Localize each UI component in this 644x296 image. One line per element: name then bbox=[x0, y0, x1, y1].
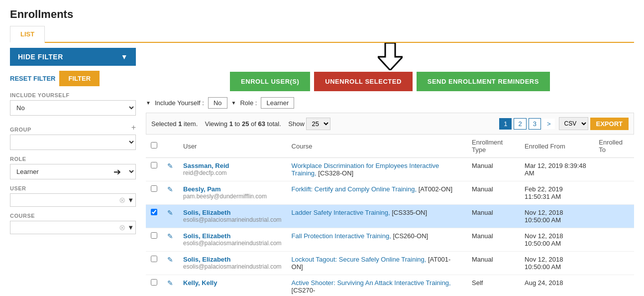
down-arrow-annotation bbox=[378, 43, 403, 72]
user-name-link[interactable]: Kelly, Kelly bbox=[183, 279, 217, 287]
export-format-select[interactable]: CSV bbox=[559, 117, 588, 130]
user-dropdown-icon[interactable]: ▼ bbox=[127, 196, 134, 204]
row-user-cell: Solis, Elizabeth esolis@palaciosmarinein… bbox=[178, 228, 287, 252]
filter-icon: ▼ bbox=[121, 53, 128, 61]
row-course-cell: Forklift: Certify and Comply Online Trai… bbox=[287, 181, 467, 205]
row-checkbox[interactable] bbox=[151, 209, 157, 215]
row-enrollment-type: Manual bbox=[467, 158, 520, 181]
row-checkbox[interactable] bbox=[151, 232, 157, 239]
group-label: GROUP bbox=[10, 127, 31, 133]
user-section: USER ⊗ ▼ bbox=[10, 185, 136, 207]
enrollments-table: User Course Enrollment Type Enrolled Fro… bbox=[146, 135, 634, 296]
content-area: ENROLL USER(S) UNENROLL SELECTED SEND EN… bbox=[141, 48, 634, 296]
user-email: esolis@palaciosmarineindustrial.com bbox=[183, 240, 282, 247]
group-header: GROUP + bbox=[10, 121, 136, 135]
row-enrolled-to bbox=[594, 181, 634, 205]
row-enrollment-type: Manual bbox=[467, 205, 520, 228]
user-input-wrap: ⊗ ▼ bbox=[10, 193, 136, 207]
table-row: ✎ Solis, Elizabeth esolis@palaciosmarine… bbox=[146, 228, 634, 252]
row-enrollment-type: Manual bbox=[467, 252, 520, 275]
table-header-row: User Course Enrollment Type Enrolled Fro… bbox=[146, 135, 634, 158]
user-email: pam.beesly@dundermifflin.com bbox=[183, 193, 282, 200]
course-input[interactable] bbox=[10, 221, 136, 234]
of-label: of bbox=[251, 120, 256, 128]
course-name-link[interactable]: Ladder Safety Interactive Training, bbox=[292, 209, 390, 216]
edit-icon[interactable]: ✎ bbox=[167, 279, 173, 287]
row-enrolled-to bbox=[594, 158, 634, 181]
role-select[interactable]: Learner bbox=[10, 164, 136, 179]
user-name-link[interactable]: Beesly, Pam bbox=[183, 185, 221, 193]
edit-icon[interactable]: ✎ bbox=[167, 256, 173, 264]
course-clear-icon[interactable]: ⊗ bbox=[119, 223, 125, 232]
page-3-button[interactable]: 3 bbox=[529, 118, 541, 130]
course-name-link[interactable]: Active Shooter: Surviving An Attack Inte… bbox=[292, 279, 451, 287]
row-checkbox[interactable] bbox=[151, 256, 157, 262]
course-name-link[interactable]: Workplace Discrimination for Employees I… bbox=[292, 162, 439, 177]
row-user-cell: Solis, Elizabeth esolis@palaciosmarinein… bbox=[178, 205, 287, 228]
user-name-link[interactable]: Solis, Elizabeth bbox=[183, 256, 230, 263]
user-name-link[interactable]: Solis, Elizabeth bbox=[183, 232, 230, 240]
next-page-button[interactable]: > bbox=[543, 119, 555, 129]
edit-icon[interactable]: ✎ bbox=[167, 209, 173, 217]
row-checkbox-cell bbox=[146, 158, 162, 181]
hide-filter-label: HIDE FILTER bbox=[18, 53, 63, 61]
role-label: ROLE bbox=[10, 156, 136, 162]
edit-icon[interactable]: ✎ bbox=[167, 185, 173, 193]
group-add-icon[interactable]: + bbox=[131, 123, 136, 132]
user-label: USER bbox=[10, 185, 136, 191]
row-course-cell: Lockout Tagout: Secure Safely Online Tra… bbox=[287, 252, 467, 275]
select-all-checkbox[interactable] bbox=[151, 142, 157, 148]
course-code: [CS335-ON] bbox=[392, 209, 427, 216]
course-label: COURSE bbox=[10, 213, 136, 219]
include-yourself-filter-value: No bbox=[208, 97, 227, 109]
show-count-select[interactable]: 25 bbox=[306, 118, 330, 130]
course-code: [CS270- bbox=[292, 287, 316, 294]
total-count: 63 bbox=[258, 120, 265, 128]
user-name-link[interactable]: Sassman, Reid bbox=[183, 162, 229, 169]
group-select[interactable] bbox=[10, 135, 136, 150]
course-name-link[interactable]: Fall Protection Interactive Training, bbox=[292, 232, 391, 240]
filter-button[interactable]: FILTER bbox=[59, 71, 100, 86]
table-row: ✎ Beesly, Pam pam.beesly@dundermifflin.c… bbox=[146, 181, 634, 205]
course-name-link[interactable]: Forklift: Certify and Comply Online Trai… bbox=[292, 185, 417, 193]
tab-list[interactable]: LIST bbox=[10, 26, 45, 43]
reset-filter-button[interactable]: RESET FILTER bbox=[10, 75, 55, 82]
selected-label: Selected bbox=[151, 120, 177, 128]
include-yourself-filter-label: Include Yourself : bbox=[155, 99, 204, 107]
page-title: Enrollments bbox=[10, 8, 634, 21]
filter-row: RESET FILTER FILTER bbox=[10, 71, 136, 86]
export-row: CSV EXPORT bbox=[559, 117, 629, 130]
row-checkbox[interactable] bbox=[151, 162, 157, 168]
unenroll-selected-button[interactable]: UNENROLL SELECTED bbox=[314, 72, 412, 91]
include-yourself-select[interactable]: No bbox=[10, 100, 136, 116]
row-checkbox-cell bbox=[146, 181, 162, 205]
table-row: ✎ Kelly, Kelly Active Shooter: Surviving… bbox=[146, 275, 634, 296]
header-enrolled-to: Enrolled To bbox=[594, 135, 634, 158]
course-name-link[interactable]: Lockout Tagout: Secure Safely Online Tra… bbox=[292, 256, 427, 263]
user-input[interactable] bbox=[10, 193, 136, 207]
edit-icon[interactable]: ✎ bbox=[167, 162, 173, 170]
export-button[interactable]: EXPORT bbox=[590, 118, 629, 130]
course-dropdown-icon[interactable]: ▼ bbox=[127, 224, 134, 231]
header-checkbox-col bbox=[146, 135, 162, 158]
user-clear-icon[interactable]: ⊗ bbox=[119, 195, 125, 205]
page-1-button[interactable]: 1 bbox=[499, 118, 512, 130]
table-info: Selected 1 item. Viewing 1 to 25 of 63 t… bbox=[151, 118, 495, 130]
row-checkbox-cell bbox=[146, 228, 162, 252]
row-checkbox[interactable] bbox=[151, 279, 157, 286]
user-name-link[interactable]: Solis, Elizabeth bbox=[183, 209, 230, 216]
user-email: reid@decfp.com bbox=[183, 169, 282, 176]
row-enrolled-from: Nov 12, 2018 10:50:00 AM bbox=[520, 252, 594, 275]
header-icon-col bbox=[162, 135, 178, 158]
enroll-users-button[interactable]: ENROLL USER(S) bbox=[230, 72, 310, 91]
row-edit-cell: ✎ bbox=[162, 181, 178, 205]
course-input-wrap: ⊗ ▼ bbox=[10, 221, 136, 234]
selected-count: 1 bbox=[178, 120, 182, 128]
show-label: Show bbox=[288, 120, 305, 128]
hide-filter-button[interactable]: HIDE FILTER ▼ bbox=[10, 48, 136, 66]
page-2-button[interactable]: 2 bbox=[514, 118, 526, 130]
send-reminders-button[interactable]: SEND ENROLLMENT REMINDERS bbox=[417, 72, 550, 91]
row-edit-cell: ✎ bbox=[162, 275, 178, 296]
edit-icon[interactable]: ✎ bbox=[167, 232, 173, 240]
row-checkbox[interactable] bbox=[151, 185, 157, 192]
